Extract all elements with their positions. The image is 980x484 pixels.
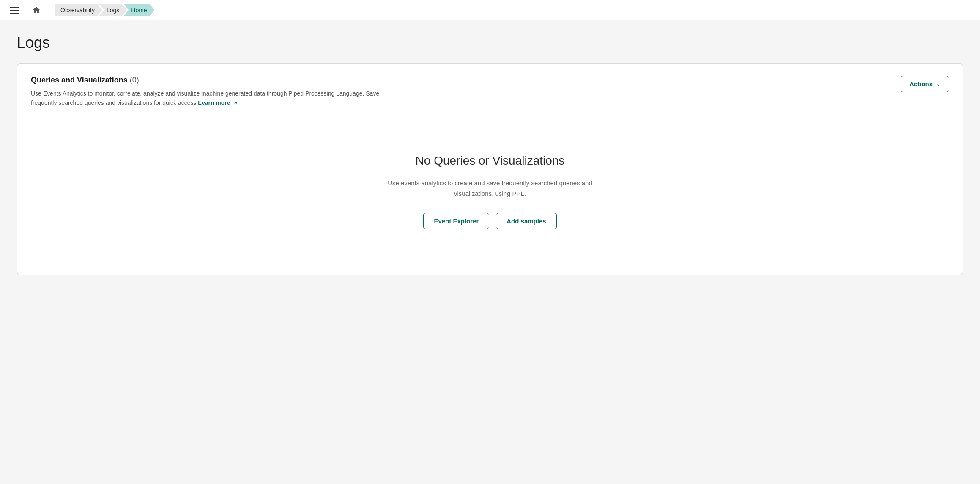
home-icon bbox=[32, 6, 41, 14]
page-title: Logs bbox=[17, 34, 963, 52]
event-explorer-button[interactable]: Event Explorer bbox=[423, 213, 489, 229]
card-header: Queries and Visualizations (0) Use Event… bbox=[31, 76, 949, 108]
empty-state-title: No Queries or Visualizations bbox=[416, 154, 565, 168]
empty-state: No Queries or Visualizations Use events … bbox=[31, 129, 949, 263]
learn-more-link[interactable]: Learn more ↗ bbox=[198, 99, 237, 106]
hamburger-line-1 bbox=[10, 7, 19, 8]
card-description: Use Events Analytics to monitor, correla… bbox=[31, 89, 403, 108]
hamburger-button[interactable] bbox=[7, 3, 22, 17]
breadcrumb-home[interactable]: Home bbox=[123, 4, 154, 16]
breadcrumb-observability[interactable]: Observability bbox=[55, 4, 102, 16]
card-header-left: Queries and Visualizations (0) Use Event… bbox=[31, 76, 403, 108]
queries-visualizations-card: Queries and Visualizations (0) Use Event… bbox=[17, 63, 963, 275]
home-button[interactable] bbox=[29, 3, 44, 18]
breadcrumb-logs[interactable]: Logs bbox=[99, 4, 127, 16]
hamburger-line-3 bbox=[10, 13, 19, 14]
card-title: Queries and Visualizations (0) bbox=[31, 76, 403, 85]
chevron-down-icon: ⌄ bbox=[936, 81, 940, 87]
breadcrumb: Observability Logs Home bbox=[55, 4, 151, 16]
empty-state-actions: Event Explorer Add samples bbox=[423, 213, 556, 229]
top-nav: Observability Logs Home bbox=[0, 0, 980, 20]
card-count: (0) bbox=[130, 76, 139, 84]
add-samples-button[interactable]: Add samples bbox=[496, 213, 556, 229]
page-content: Logs Queries and Visualizations (0) Use … bbox=[0, 20, 980, 289]
empty-state-description: Use events analytics to create and save … bbox=[384, 178, 596, 199]
external-link-icon: ↗ bbox=[233, 99, 237, 107]
nav-divider bbox=[49, 5, 49, 15]
card-divider bbox=[17, 118, 963, 118]
hamburger-line-2 bbox=[10, 10, 19, 11]
actions-button[interactable]: Actions ⌄ bbox=[901, 76, 949, 92]
